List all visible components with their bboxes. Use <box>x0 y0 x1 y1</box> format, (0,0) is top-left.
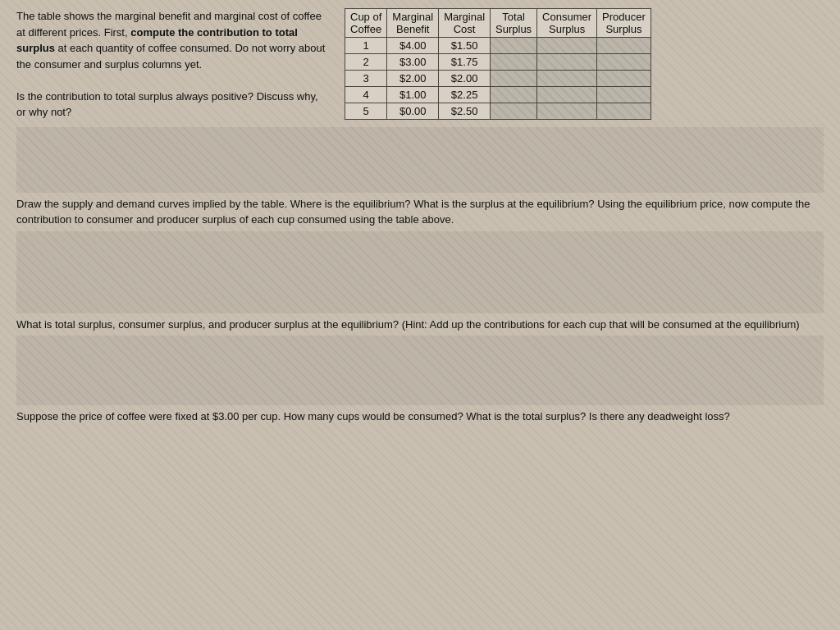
answer-box-q3 <box>16 336 824 405</box>
table-cell <box>597 38 651 54</box>
table-cell: $2.00 <box>439 71 491 87</box>
q4-text: Suppose the price of coffee were fixed a… <box>16 409 824 425</box>
table-cell: 1 <box>345 38 387 54</box>
table-cell: $3.00 <box>387 54 439 71</box>
top-section: The table shows the marginal benefit and… <box>16 8 824 121</box>
table-cell: $2.00 <box>387 71 439 87</box>
table-row: 1$4.00$1.50 <box>345 38 651 54</box>
col-cup: Cup ofCoffee <box>345 9 387 38</box>
table-cell <box>537 38 597 54</box>
table-cell <box>537 71 597 87</box>
table-cell: $1.00 <box>387 87 439 103</box>
q3-text: What is total surplus, consumer surplus,… <box>16 317 824 333</box>
table-cell: 4 <box>345 87 387 103</box>
table-cell <box>491 71 537 87</box>
table-cell: $1.50 <box>439 38 491 54</box>
intro-text: The table shows the marginal benefit and… <box>16 8 328 121</box>
table-cell: 3 <box>345 71 387 87</box>
table-cell <box>597 71 651 87</box>
table-cell: $4.00 <box>387 38 439 54</box>
table-cell <box>597 87 651 103</box>
q2-section: Draw the supply and demand curves implie… <box>16 196 824 228</box>
table-row: 4$1.00$2.25 <box>345 87 651 103</box>
table-container: Cup ofCoffee MarginalBenefit MarginalCos… <box>345 8 824 121</box>
table-cell <box>491 54 537 71</box>
col-consumer-surplus: ConsumerSurplus <box>537 9 597 38</box>
q3-section: What is total surplus, consumer surplus,… <box>16 317 824 333</box>
col-total-surplus: TotalSurplus <box>491 9 537 38</box>
col-marginal-benefit: MarginalBenefit <box>387 9 439 38</box>
table-cell: $2.25 <box>439 87 491 103</box>
q2-text: Draw the supply and demand curves implie… <box>16 196 824 228</box>
page: The table shows the marginal benefit and… <box>0 0 840 630</box>
answer-box-q2 <box>16 231 824 313</box>
table-cell: 5 <box>345 103 387 120</box>
table-cell <box>491 103 537 120</box>
table-row: 2$3.00$1.75 <box>345 54 651 71</box>
table-cell: $2.50 <box>439 103 491 120</box>
table-cell: $0.00 <box>387 103 439 120</box>
q1-text: Is the contribution to total surplus alw… <box>16 89 328 121</box>
data-table: Cup ofCoffee MarginalBenefit MarginalCos… <box>345 8 651 120</box>
table-cell <box>491 87 537 103</box>
table-cell <box>537 103 597 120</box>
q4-section: Suppose the price of coffee were fixed a… <box>16 409 824 425</box>
table-row: 3$2.00$2.00 <box>345 71 651 87</box>
table-cell <box>537 54 597 71</box>
table-cell <box>491 38 537 54</box>
table-cell <box>537 87 597 103</box>
col-producer-surplus: ProducerSurplus <box>597 9 651 38</box>
table-cell <box>597 103 651 120</box>
answer-box-q1 <box>16 127 824 193</box>
intro-paragraph2: at each quantity of coffee consumed. Do … <box>16 42 325 71</box>
table-row: 5$0.00$2.50 <box>345 103 651 120</box>
table-cell: $1.75 <box>439 54 491 71</box>
table-cell: 2 <box>345 54 387 71</box>
col-marginal-cost: MarginalCost <box>439 9 491 38</box>
table-cell <box>597 54 651 71</box>
